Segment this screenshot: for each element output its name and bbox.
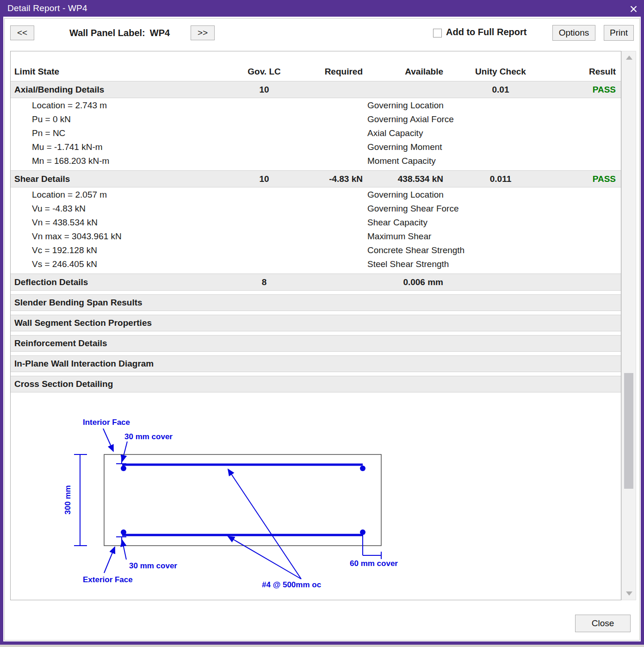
col-required: Required: [297, 67, 363, 81]
section-header-wall-segment-properties[interactable]: Wall Segment Section Properties: [11, 315, 621, 331]
section-header-deflection[interactable]: Deflection Details 8 0.006 mm: [11, 274, 621, 291]
detail-row: Location = 2.743 mGoverning Location: [11, 99, 621, 113]
scroll-down-icon[interactable]: [626, 591, 632, 596]
detail-row: Vn = 438.534 kNShear Capacity: [11, 216, 621, 230]
detail-row: Vu = -4.83 kNGoverning Shear Force: [11, 202, 621, 216]
result-badge: PASS: [558, 174, 621, 184]
col-available: Available: [363, 67, 443, 81]
top-cover-label: 30 mm cover: [124, 432, 173, 441]
detail-key: Vs = 246.405 kN: [32, 259, 97, 269]
detail-key: Pu = 0 kN: [32, 114, 71, 124]
thickness-label: 300 mm: [63, 485, 72, 514]
detail-key: Vn max = 3043.961 kN: [32, 231, 122, 242]
detail-desc: Governing Location: [367, 190, 444, 200]
shear-details: Location = 2.057 mGoverning Location Vu …: [11, 187, 621, 270]
unity-check-value: 0.011: [443, 174, 558, 184]
section-name: Reinforcement Details: [11, 338, 232, 348]
gov-lc-value: 10: [232, 174, 297, 184]
detail-row: Pu = 0 kNGoverning Axial Force: [11, 113, 621, 127]
window-border-left: [0, 0, 3, 645]
col-gov-lc: Gov. LC: [232, 67, 297, 81]
detail-row: Pn = NCAxial Capacity: [11, 127, 621, 141]
previous-panel-button[interactable]: <<: [10, 25, 34, 40]
rebar-dot: [121, 466, 126, 471]
scroll-up-icon[interactable]: [626, 56, 632, 60]
detail-desc: Governing Axial Force: [367, 114, 454, 124]
section-name: Shear Details: [11, 174, 232, 184]
rebar-dot: [360, 466, 365, 471]
detail-desc: Moment Capacity: [367, 156, 436, 166]
interior-face-label: Interior Face: [83, 418, 130, 427]
detail-row: Vs = 246.405 kNSteel Shear Strength: [11, 258, 621, 272]
detail-row: Location = 2.057 mGoverning Location: [11, 188, 621, 202]
detail-desc: Steel Shear Strength: [367, 259, 449, 269]
exterior-face-label: Exterior Face: [83, 575, 133, 584]
detail-key: Vn = 438.534 kN: [32, 218, 98, 228]
detail-key: Vu = -4.83 kN: [32, 204, 86, 214]
window-title: Detail Report - WP4: [7, 3, 87, 13]
detail-key: Vc = 192.128 kN: [32, 245, 97, 255]
wall-outline: [104, 454, 381, 546]
section-header-interaction-diagram[interactable]: In-Plane Wall Interaction Diagram: [11, 355, 621, 372]
detail-key: Location = 2.057 m: [32, 190, 107, 200]
window-border-bottom: [0, 641, 644, 645]
results-header-row: Limit State Gov. LC Required Available U…: [11, 51, 621, 81]
wall-panel-label-value: WP4: [150, 28, 170, 38]
available-value: 438.534 kN: [363, 174, 443, 184]
section-header-shear[interactable]: Shear Details 10 -4.83 kN 438.534 kN 0.0…: [11, 170, 621, 187]
next-panel-button[interactable]: >>: [191, 25, 215, 40]
available-value: 0.006 mm: [363, 277, 443, 287]
detail-key: Mu = -1.741 kN-m: [32, 142, 103, 152]
section-name: Deflection Details: [11, 277, 232, 287]
required-value: -4.83 kN: [297, 174, 363, 184]
options-button[interactable]: Options: [552, 25, 595, 41]
title-bar[interactable]: Detail Report - WP4: [0, 0, 644, 17]
print-button[interactable]: Print: [604, 25, 634, 41]
axial-bending-details: Location = 2.743 mGoverning Location Pu …: [11, 98, 621, 167]
window-border-right: [641, 0, 644, 645]
section-name: Wall Segment Section Properties: [11, 318, 232, 328]
wall-panel-label: Wall Panel Label: WP4: [69, 25, 170, 40]
add-to-full-report-label: Add to Full Report: [446, 27, 526, 37]
add-to-full-report-checkbox[interactable]: [433, 29, 442, 37]
section-header-axial-bending[interactable]: Axial/Bending Details 10 0.01 PASS: [11, 81, 621, 98]
wall-panel-label-text: Wall Panel Label:: [69, 28, 145, 38]
section-name: Axial/Bending Details: [11, 85, 232, 95]
right-cover-label: 60 mm cover: [350, 559, 398, 568]
detail-desc: Governing Shear Force: [367, 204, 459, 214]
section-header-slender-bending[interactable]: Slender Bending Span Results: [11, 294, 621, 311]
report-area: Limit State Gov. LC Required Available U…: [10, 51, 621, 600]
detail-row: Mn = 168.203 kN-mMoment Capacity: [11, 155, 621, 168]
col-limit-state: Limit State: [11, 67, 232, 81]
detail-report-dialog: Detail Report - WP4 << Wall Panel Label:…: [0, 0, 644, 645]
bottom-cover-label: 30 mm cover: [129, 561, 177, 570]
section-header-reinforcement[interactable]: Reinforcement Details: [11, 335, 621, 352]
scrollbar-thumb[interactable]: [624, 373, 633, 489]
detail-key: Mn = 168.203 kN-m: [32, 156, 109, 166]
detail-row: Mu = -1.741 kN-mGoverning Moment: [11, 141, 621, 155]
col-unity-check: Unity Check: [443, 67, 558, 81]
vertical-scrollbar[interactable]: [621, 51, 636, 600]
detail-key: Location = 2.743 m: [32, 100, 107, 111]
close-icon[interactable]: [628, 4, 638, 14]
bar-spacing-callout: #4 @ 500mm oc: [262, 580, 321, 589]
detail-row: Vn max = 3043.961 kNMaximum Shear: [11, 230, 621, 244]
rebar-dot: [121, 529, 126, 535]
close-button[interactable]: Close: [575, 615, 631, 632]
detail-desc: Concrete Shear Strength: [367, 245, 464, 255]
detail-desc: Governing Moment: [367, 142, 442, 152]
detail-row: Vc = 192.128 kNConcrete Shear Strength: [11, 244, 621, 258]
section-name: In-Plane Wall Interaction Diagram: [11, 359, 232, 369]
section-name: Cross Section Detailing: [11, 379, 232, 389]
result-badge: PASS: [558, 85, 621, 95]
detail-desc: Maximum Shear: [367, 231, 431, 242]
col-result: Result: [558, 67, 621, 81]
detail-desc: Shear Capacity: [367, 218, 427, 228]
cross-section-diagram: 300 mm Interior Face 30 mm cover Exterio…: [11, 392, 621, 600]
gov-lc-value: 10: [232, 85, 297, 95]
section-name: Slender Bending Span Results: [11, 298, 232, 308]
unity-check-value: 0.01: [443, 85, 558, 95]
section-header-cross-section-detailing[interactable]: Cross Section Detailing: [11, 376, 621, 392]
detail-desc: Governing Location: [367, 100, 444, 111]
detail-key: Pn = NC: [32, 128, 65, 138]
